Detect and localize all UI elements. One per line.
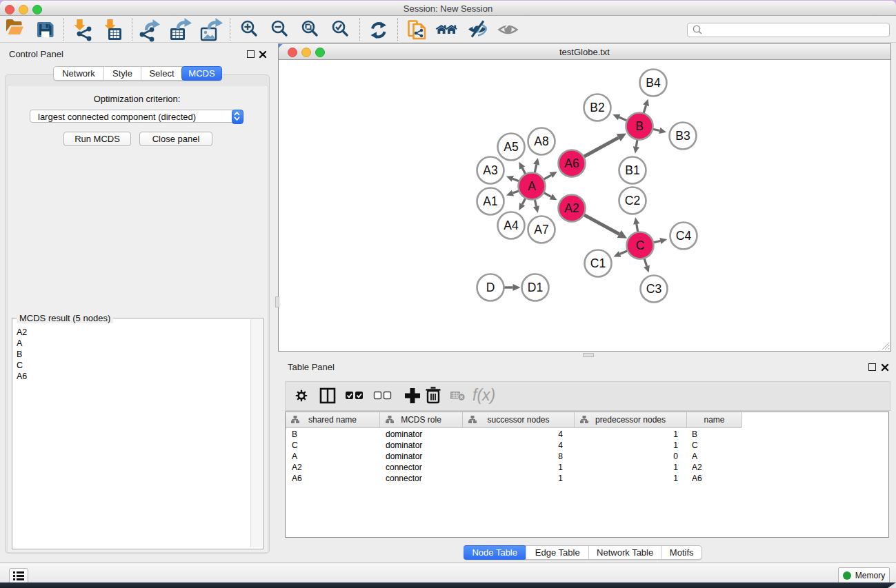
svg-text:A3: A3: [483, 163, 497, 177]
svg-text:B1: B1: [625, 163, 639, 177]
svg-text:D: D: [486, 281, 495, 294]
svg-text:A1: A1: [483, 194, 497, 208]
svg-text:A4: A4: [504, 219, 519, 232]
svg-text:A: A: [528, 179, 536, 193]
svg-text:C3: C3: [646, 282, 661, 296]
svg-text:C2: C2: [625, 194, 640, 207]
svg-text:B: B: [635, 119, 644, 133]
svg-text:B2: B2: [590, 101, 604, 114]
svg-text:B3: B3: [675, 129, 690, 143]
svg-text:A8: A8: [534, 134, 548, 148]
svg-text:C1: C1: [590, 256, 606, 270]
svg-text:A6: A6: [564, 156, 579, 170]
svg-text:D1: D1: [528, 281, 543, 294]
svg-text:C4: C4: [676, 229, 692, 243]
svg-text:A7: A7: [534, 223, 548, 236]
svg-text:A5: A5: [504, 140, 518, 154]
svg-text:C: C: [636, 239, 645, 252]
svg-text:f(x): f(x): [472, 386, 495, 404]
svg-text:A2: A2: [564, 201, 579, 215]
svg-text:B4: B4: [646, 76, 661, 90]
